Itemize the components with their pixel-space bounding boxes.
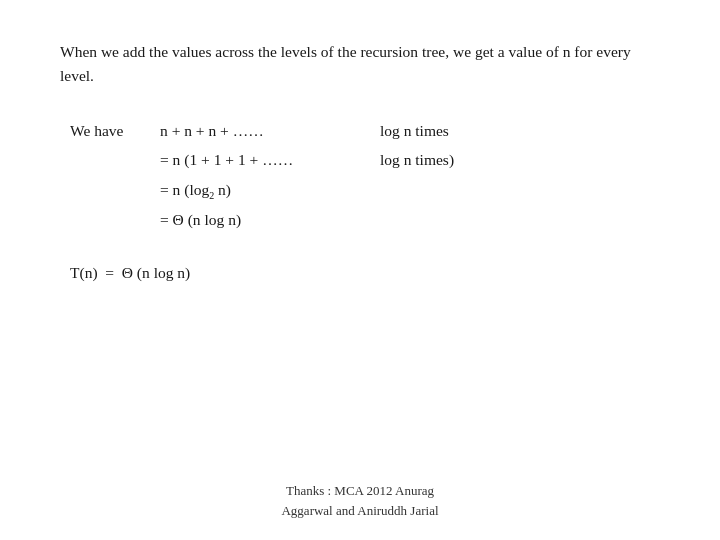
tn-line: T(n) = Θ (n log n) [70, 264, 190, 281]
page-container: When we add the values across the levels… [0, 0, 720, 540]
we-have-section: We have n + n + n + …… log n times = n (… [70, 116, 660, 234]
footer: Thanks : MCA 2012 Anurag Aggarwal and An… [281, 481, 438, 520]
we-have-label: We have [70, 116, 160, 145]
math-row1: n + n + n + …… [160, 116, 360, 145]
row-2: = n (1 + 1 + 1 + …… log n times) = n (lo… [160, 145, 660, 234]
intro-paragraph: When we add the values across the levels… [60, 40, 660, 88]
math-row4: = Θ (n log n) [160, 205, 241, 234]
annotation-row2: log n times) [380, 145, 454, 174]
tn-section: T(n) = Θ (n log n) [70, 264, 660, 282]
row-1: We have n + n + n + …… log n times [70, 116, 660, 145]
math-row3: = n (log2 n) [160, 175, 231, 205]
math-row2: = n (1 + 1 + 1 + …… [160, 145, 360, 174]
footer-line2: Aggarwal and Aniruddh Jarial [281, 501, 438, 521]
row-3: = n (log2 n) [160, 175, 660, 205]
row-4: = Θ (n log n) [160, 205, 660, 234]
annotation-row1: log n times [380, 116, 449, 145]
footer-line1: Thanks : MCA 2012 Anurag [281, 481, 438, 501]
